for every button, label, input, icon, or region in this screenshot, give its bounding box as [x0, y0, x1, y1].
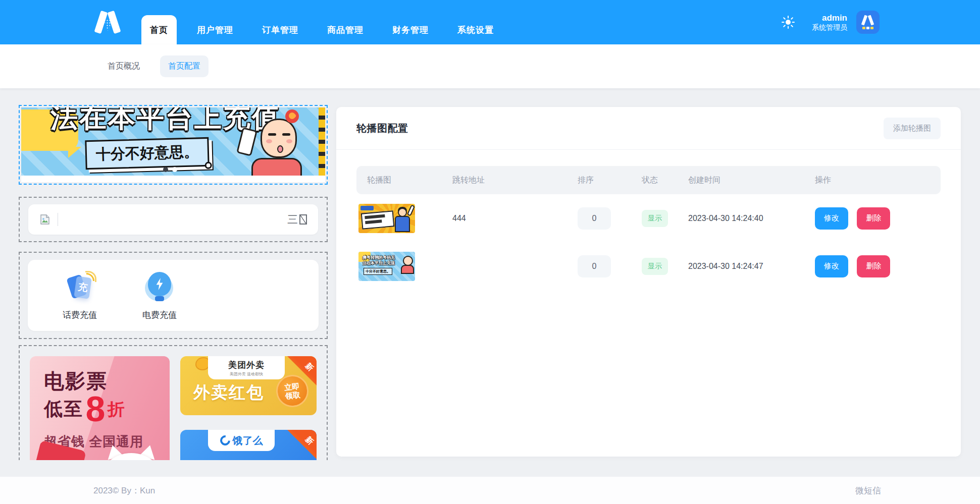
- page-footer: 2023© By：Kun 微短信: [0, 477, 980, 504]
- banner-bottom-strip: [21, 176, 325, 182]
- carousel-dots: [21, 167, 319, 172]
- quick-action-electric-recharge[interactable]: 电费充值: [138, 272, 181, 321]
- kangaroo-logo-icon: [195, 357, 210, 370]
- subnav: 首页概况 首页配置: [0, 44, 980, 88]
- quick-actions-section[interactable]: 充 话费充值 电费充值: [19, 252, 328, 339]
- app-logo[interactable]: [93, 11, 123, 33]
- carousel-table: 轮播图 跳转地址 排序 状态 创建时间 操作: [336, 150, 961, 290]
- quick-action-phone-recharge[interactable]: 充 话费充值: [58, 272, 101, 321]
- sort-input[interactable]: 0: [578, 207, 611, 230]
- quick-actions-card: 充 话费充值 电费充值: [28, 260, 319, 331]
- main-nav: 首页 用户管理 订单管理 商品管理 财务管理 系统设置: [141, 15, 514, 44]
- link-address: 444: [452, 214, 578, 223]
- eleme-promo-card[interactable]: 饿了么 新: [180, 430, 317, 460]
- fire-emoji-icon: [285, 109, 299, 123]
- meituan-promo-card[interactable]: 美团外卖 美团外卖 送啥都快 外卖红包 立即 领取 新: [180, 356, 317, 415]
- subnav-item-home-config[interactable]: 首页配置: [160, 55, 209, 77]
- broken-image-icon: [39, 214, 50, 225]
- user-info[interactable]: admin 系统管理员: [812, 13, 847, 32]
- status-badge: 显示: [642, 258, 668, 275]
- content: 法在本平台上充值 十分不好意思。: [0, 88, 980, 477]
- tab-user-management[interactable]: 用户管理: [188, 15, 242, 44]
- carousel-thumbnail-blue[interactable]: 携号转网的号码无 法在本平台上充值 十分不好意思。: [358, 252, 415, 281]
- status-badge: 显示: [642, 210, 668, 227]
- column-header-sort: 排序: [578, 175, 642, 186]
- footer-brand-text: 微短信: [855, 485, 881, 496]
- banner-caption-box: 十分不好意思。: [85, 137, 209, 170]
- delete-button[interactable]: 删除: [857, 207, 890, 230]
- column-header-created: 创建时间: [688, 175, 815, 186]
- tab-home[interactable]: 首页: [141, 15, 177, 44]
- carousel-thumbnail-yellow[interactable]: [358, 204, 415, 233]
- user-role: 系统管理员: [812, 23, 847, 32]
- new-corner-ribbon: 新: [287, 430, 317, 459]
- created-time: 2023-04-30 14:24:40: [688, 214, 815, 223]
- carousel-dot-active[interactable]: [163, 167, 168, 172]
- avatar-caption: [862, 27, 873, 29]
- promo-section-clip: 电影票 低至 8 折 超省钱 全国通用: [19, 345, 328, 460]
- search-right-glyphs: 三: [287, 212, 307, 227]
- missing-glyph-box: [299, 214, 307, 225]
- avatar-logo-icon: [861, 15, 875, 25]
- cat-mascot-graphic: [99, 444, 164, 460]
- topbar: 首页 用户管理 订单管理 商品管理 财务管理 系统设置 admin 系统管理员: [0, 0, 980, 44]
- subnav-item-home-overview[interactable]: 首页概况: [99, 55, 148, 77]
- search-divider: [58, 213, 58, 226]
- search-preview-section[interactable]: 三: [19, 197, 328, 242]
- column-header-link: 跳转地址: [452, 175, 578, 186]
- table-header-row: 轮播图 跳转地址 排序 状态 创建时间 操作: [356, 166, 941, 194]
- add-carousel-button[interactable]: 添加轮播图: [884, 118, 941, 139]
- created-time: 2023-04-30 14:24:47: [688, 262, 815, 271]
- meituan-promo-title: 外卖红包: [193, 381, 264, 404]
- column-header-image: 轮播图: [356, 175, 452, 186]
- column-header-status: 状态: [642, 175, 688, 186]
- sort-input[interactable]: 0: [578, 255, 611, 277]
- carousel-preview-section[interactable]: 法在本平台上充值 十分不好意思。: [19, 105, 328, 185]
- admin-app: 首页 用户管理 订单管理 商品管理 财务管理 系统设置 admin 系统管理员: [0, 0, 980, 504]
- panel-header: 轮播图配置 添加轮播图: [336, 107, 961, 150]
- phone-recharge-icon: 充: [64, 272, 95, 303]
- topbar-right: admin 系统管理员: [782, 0, 880, 44]
- tab-product-management[interactable]: 商品管理: [319, 15, 372, 44]
- meituan-brand-pill: 美团外卖 美团外卖 送啥都快: [208, 356, 285, 379]
- search-bar[interactable]: 三: [28, 204, 318, 235]
- carousel-banner-image: 法在本平台上充值 十分不好意思。: [21, 107, 325, 182]
- username: admin: [812, 13, 847, 23]
- movie-ticket-promo-card[interactable]: 电影票 低至 8 折 超省钱 全国通用: [30, 356, 170, 460]
- tab-system-settings[interactable]: 系统设置: [449, 15, 502, 44]
- carousel-config-panel: 轮播图配置 添加轮播图 轮播图 跳转地址 排序 状态 创建时间 操作: [336, 107, 961, 457]
- delete-button[interactable]: 删除: [857, 255, 890, 277]
- tab-order-management[interactable]: 订单管理: [253, 15, 307, 44]
- movie-promo-discount: 低至 8 折: [44, 394, 125, 425]
- table-row: 携号转网的号码无 法在本平台上充值 十分不好意思。 0 显示 2023-04-3…: [356, 242, 941, 290]
- avatar[interactable]: [856, 11, 880, 34]
- electric-recharge-icon: [144, 272, 175, 303]
- copyright-text: 2023© By：Kun: [93, 485, 155, 496]
- theme-toggle-icon[interactable]: [782, 16, 795, 29]
- carousel-dot[interactable]: [172, 167, 177, 172]
- edit-button[interactable]: 修改: [815, 255, 848, 277]
- column-header-actions: 操作: [815, 175, 941, 186]
- promo-cards-section[interactable]: 电影票 低至 8 折 超省钱 全国通用: [19, 345, 328, 460]
- table-row: 444 0 显示 2023-04-30 14:24:40 修改 删除: [356, 194, 941, 242]
- tab-finance-management[interactable]: 财务管理: [384, 15, 437, 44]
- eleme-logo-icon: [218, 433, 232, 447]
- panel-title: 轮播图配置: [356, 122, 408, 135]
- edit-button[interactable]: 修改: [815, 207, 848, 230]
- eleme-brand-pill: 饿了么: [208, 430, 275, 451]
- caution-stripe: [319, 107, 325, 176]
